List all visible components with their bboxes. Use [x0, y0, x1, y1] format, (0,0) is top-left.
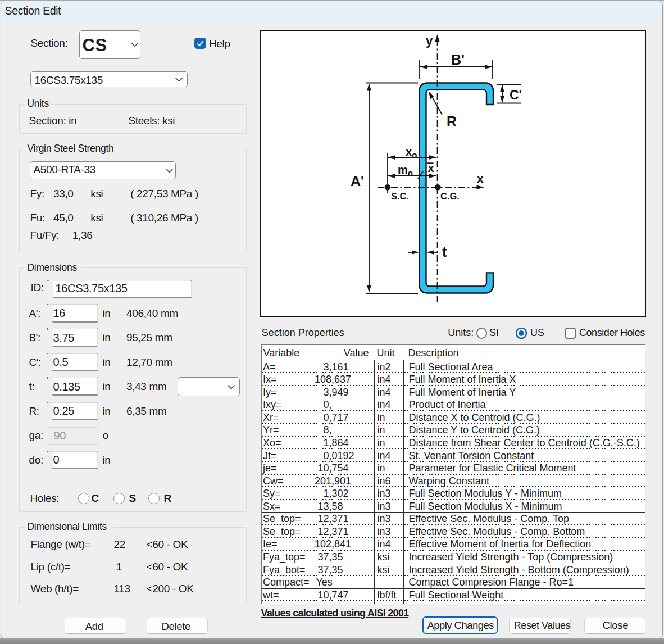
svg-text:B': B' — [451, 52, 465, 67]
svg-text:xo: xo — [406, 146, 417, 160]
svg-text:A': A' — [351, 173, 364, 189]
svg-text:R: R — [447, 113, 457, 129]
svg-text:x: x — [477, 172, 484, 185]
svg-text:t: t — [442, 244, 447, 260]
svg-text:y: y — [426, 34, 433, 48]
svg-text:mo: mo — [398, 164, 413, 178]
svg-text:C.G.: C.G. — [440, 191, 460, 201]
svg-text:C': C' — [510, 87, 522, 102]
svg-text:S.C.: S.C. — [391, 191, 409, 201]
